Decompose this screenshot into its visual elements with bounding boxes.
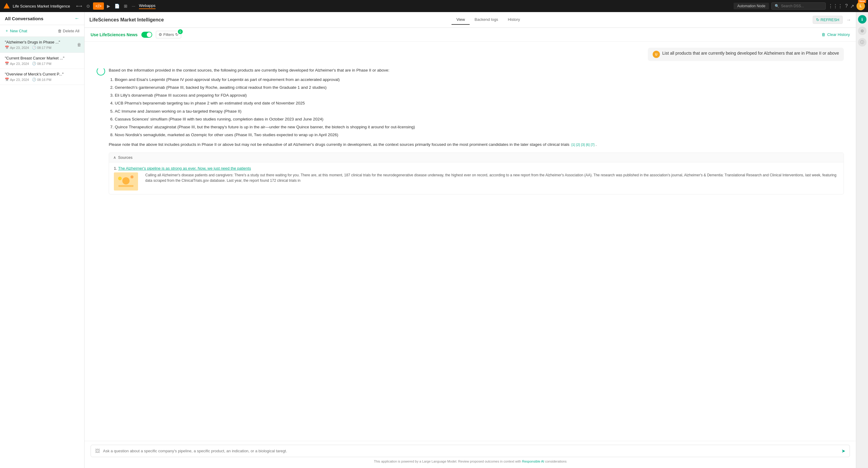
source-1-text: Calling all Alzheimer's disease patients… <box>145 173 839 183</box>
conversation-item-0[interactable]: "Alzheimer's Drugs in Phase ..." 📅 Apr 2… <box>0 37 84 53</box>
user-message: U List all products that are currently b… <box>97 48 844 61</box>
right-icon-settings[interactable]: ⚙ <box>858 27 867 35</box>
time-0: 🕐 08:17 PM <box>32 45 51 50</box>
footnote-7[interactable]: [7] <box>591 143 594 147</box>
top-nav: Life Sciences Market Intelligence ⟷ ⊙ </… <box>0 0 868 12</box>
settings-icon[interactable]: ⊙ <box>85 2 91 10</box>
content-header: LifeSciences Market Intelligence View Ba… <box>85 12 856 28</box>
svg-point-4 <box>118 177 122 180</box>
filters-button[interactable]: ⚙ Filters 0 ↻ <box>156 31 181 38</box>
svg-rect-3 <box>118 185 133 187</box>
conversation-item-2[interactable]: "Overview of Merck's Current P..." 📅 Apr… <box>0 69 84 85</box>
clock-icon-1: 🕐 <box>32 62 36 65</box>
source-1-title[interactable]: The Alzheimer's pipeline is as strong as… <box>118 166 251 170</box>
footnote-1[interactable]: [1] <box>570 143 575 147</box>
right-icon-help[interactable]: ⓘ <box>858 38 867 46</box>
calendar-icon-2: 📅 <box>5 77 9 82</box>
list-item-2: Eli Lilly's donanemab (Phase III success… <box>115 92 844 98</box>
footnote-2[interactable]: [2] <box>576 143 580 147</box>
chat-toolbar: Use LifeSciences News ⚙ Filters 0 ↻ 🗑 Cl… <box>85 28 856 42</box>
conversation-title-0: "Alzheimer's Drugs in Phase ..." <box>5 40 80 44</box>
sources-section: ∧ Sources 1. The Alzheimer's pipeline is… <box>109 153 844 194</box>
file-icon[interactable]: 📄 <box>113 2 121 10</box>
list-item-7: Novo Nordisk's semaglutide, marketed as … <box>115 132 844 138</box>
toolbar-right[interactable]: 🗑 Clear History <box>822 32 850 37</box>
right-icon-info[interactable]: ℹ <box>858 15 867 24</box>
share-icon[interactable]: ⟷ <box>75 2 83 10</box>
filter-badge: 0 <box>178 29 183 34</box>
conversation-item-1[interactable]: "Current Breast Cancer Market ..." 📅 Apr… <box>0 53 84 69</box>
responsible-ai-link[interactable]: Responsible AI <box>522 460 545 463</box>
new-chat-button[interactable]: ＋ New Chat <box>5 28 27 33</box>
toolbar-left: Use LifeSciences News ⚙ Filters 0 ↻ <box>91 31 181 38</box>
close-button[interactable]: → <box>846 17 851 23</box>
conversation-title-1: "Current Breast Cancer Market ..." <box>5 56 80 60</box>
grid-icon[interactable]: ⋮⋮⋮ <box>828 3 843 9</box>
tab-history[interactable]: History <box>503 15 525 25</box>
list-item-3: UCB Pharma's bepranemab targeting tau in… <box>115 100 844 106</box>
clock-icon-0: 🕐 <box>32 45 36 50</box>
chat-input[interactable] <box>103 449 838 453</box>
source-image <box>114 173 138 190</box>
back-icon[interactable]: ← <box>74 16 80 21</box>
source-number: 1. The Alzheimer's pipeline is as strong… <box>114 166 839 170</box>
tab-backend-logs[interactable]: Backend logs <box>470 15 503 25</box>
list-item-4: AC Immune and Janssen working on a tau-t… <box>115 108 844 115</box>
logo-icon <box>3 2 10 10</box>
toggle-thumb <box>147 32 152 37</box>
use-news-toggle[interactable] <box>141 32 152 38</box>
conversation-meta-1: 📅 Apr 23, 2024 🕐 08:17 PM <box>5 62 80 65</box>
plus-icon: ＋ <box>5 28 9 33</box>
sidebar-conversations: "Alzheimer's Drugs in Phase ..." 📅 Apr 2… <box>0 37 84 468</box>
content-brand: LifeSciences Market Intelligence <box>89 17 164 23</box>
send-button[interactable]: ➤ <box>841 448 845 454</box>
list-item-1: Genentech's gantenerumab (Phase III, bac… <box>115 85 844 91</box>
assistant-list: Biogen and Eisai's Leqembi (Phase IV pos… <box>109 77 844 138</box>
user-avatar[interactable]: L <box>857 2 865 10</box>
svg-marker-0 <box>4 3 10 8</box>
table-icon[interactable]: ⊞ <box>123 2 129 10</box>
time-2: 🕐 08:16 PM <box>32 77 51 82</box>
code-icon[interactable]: </> <box>93 2 104 10</box>
chevron-up-icon: ∧ <box>113 155 116 160</box>
delete-all-button[interactable]: 🗑 Delete All <box>58 28 80 33</box>
svg-point-5 <box>130 176 133 179</box>
search-bar[interactable]: 🔍 <box>771 2 826 10</box>
webapp-label[interactable]: Webapps <box>139 3 156 9</box>
nav-icons: ⟷ ⊙ </> ▶ 📄 ⊞ ··· <box>75 2 136 10</box>
conversation-meta-2: 📅 Apr 23, 2024 🕐 08:16 PM <box>5 77 80 82</box>
footnote-3[interactable]: [3] <box>581 143 585 147</box>
source-item-1: 1. The Alzheimer's pipeline is as strong… <box>109 162 843 194</box>
analytics-icon[interactable]: ↗ <box>850 3 854 9</box>
sidebar-actions: ＋ New Chat 🗑 Delete All <box>0 25 84 37</box>
clock-icon-2: 🕐 <box>32 77 36 82</box>
help-icon[interactable]: ? <box>845 3 848 9</box>
date-0: 📅 Apr 23, 2024 <box>5 45 29 50</box>
image-icon: 🖼 <box>95 448 100 454</box>
date-2: 📅 Apr 23, 2024 <box>5 77 29 82</box>
tab-view[interactable]: View <box>452 15 470 25</box>
automation-node: Automation Node <box>734 3 769 9</box>
svg-point-2 <box>122 177 130 185</box>
assistant-message: Based on the information provided in the… <box>97 67 844 194</box>
date-1: 📅 Apr 23, 2024 <box>5 62 29 65</box>
footnote-6[interactable]: [6] <box>586 143 590 147</box>
sidebar-header: All Conversations ← <box>0 12 84 25</box>
more-icon[interactable]: ··· <box>130 2 136 10</box>
top-nav-right: ⋮⋮⋮ ? ↗ L New <box>828 2 865 10</box>
chat-messages: U List all products that are currently b… <box>85 42 856 441</box>
chat-input-box: 🖼 ➤ <box>91 445 850 457</box>
sources-header[interactable]: ∧ Sources <box>109 153 843 162</box>
content-tabs: View Backend logs History <box>452 15 525 25</box>
assistant-footer: Please note that the above list includes… <box>109 141 844 148</box>
delete-icon-0[interactable]: 🗑 <box>77 42 81 47</box>
search-icon: 🔍 <box>775 4 779 8</box>
trash-history-icon: 🗑 <box>822 32 826 37</box>
conversation-meta-0: 📅 Apr 23, 2024 🕐 08:17 PM <box>5 45 80 50</box>
search-input[interactable] <box>781 4 817 8</box>
list-item-0: Biogen and Eisai's Leqembi (Phase IV pos… <box>115 77 844 83</box>
user-bubble: U List all products that are currently b… <box>648 48 844 61</box>
play-icon[interactable]: ▶ <box>106 2 112 10</box>
refresh-button[interactable]: ↻ REFRESH <box>813 16 843 24</box>
right-sidebar: ℹ ⚙ ⓘ <box>856 12 868 468</box>
